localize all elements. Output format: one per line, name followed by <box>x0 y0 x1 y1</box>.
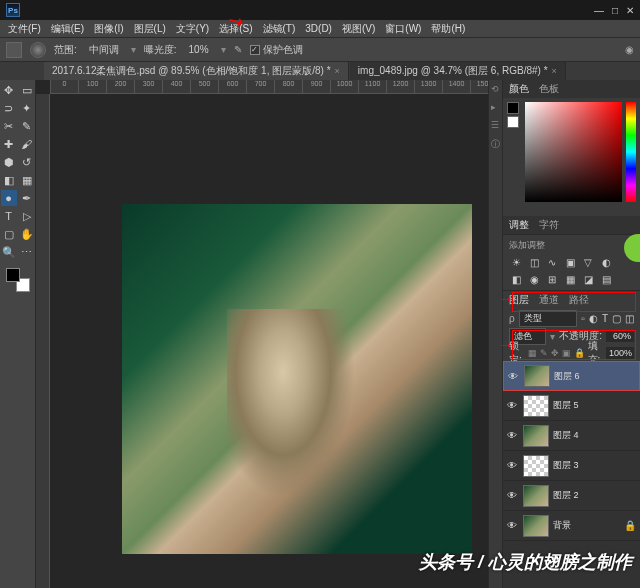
brush-tool[interactable]: 🖌 <box>19 136 35 152</box>
brightness-icon[interactable]: ☀ <box>509 255 523 269</box>
info-panel-icon[interactable]: ⓘ <box>491 138 501 148</box>
filter-shape-icon[interactable]: ▢ <box>612 313 621 324</box>
close-icon[interactable]: ✕ <box>626 5 634 16</box>
dodge-tool[interactable]: ● <box>1 190 17 206</box>
menu-select[interactable]: 选择(S) <box>215 20 256 38</box>
color-picker[interactable] <box>525 102 622 202</box>
menu-edit[interactable]: 编辑(E) <box>47 20 88 38</box>
curves-icon[interactable]: ∿ <box>545 255 559 269</box>
layer-item[interactable]: 👁 图层 6 <box>503 361 640 391</box>
tab-swatches[interactable]: 色板 <box>539 82 559 96</box>
gradient-tool[interactable]: ▦ <box>19 172 35 188</box>
tab-layers[interactable]: 图层 <box>509 293 529 307</box>
photo-filter-icon[interactable]: ◉ <box>527 272 541 286</box>
history-brush-tool[interactable]: ↺ <box>19 154 35 170</box>
path-tool[interactable]: ▷ <box>19 208 35 224</box>
tab-channels[interactable]: 通道 <box>539 293 559 307</box>
layer-thumbnail[interactable] <box>523 395 549 417</box>
airbrush-icon[interactable]: ✎ <box>234 44 242 55</box>
layer-item[interactable]: 👁 背景 🔒 <box>503 511 640 541</box>
bg-color[interactable] <box>507 116 519 128</box>
fg-bg-swatches[interactable] <box>6 268 30 292</box>
properties-panel-icon[interactable]: ☰ <box>491 120 501 130</box>
hue-icon[interactable]: ◐ <box>599 255 613 269</box>
layer-thumbnail[interactable] <box>523 425 549 447</box>
lock-pixels-icon[interactable]: ✎ <box>540 348 548 358</box>
menu-layer[interactable]: 图层(L) <box>130 20 170 38</box>
invert-icon[interactable]: ◪ <box>581 272 595 286</box>
layer-name[interactable]: 图层 5 <box>553 399 579 412</box>
fg-color[interactable] <box>507 102 519 114</box>
layer-thumbnail[interactable] <box>524 365 550 387</box>
levels-icon[interactable]: ◫ <box>527 255 541 269</box>
menu-image[interactable]: 图像(I) <box>90 20 127 38</box>
protect-checkbox[interactable]: ✓ 保护色调 <box>250 43 303 57</box>
canvas-image[interactable] <box>122 204 472 554</box>
lasso-tool[interactable]: ⊃ <box>1 100 17 116</box>
history-panel-icon[interactable]: ⟲ <box>491 84 501 94</box>
eyedropper-tool[interactable]: ✎ <box>19 118 35 134</box>
menu-filter[interactable]: 滤镜(T) <box>259 20 300 38</box>
minimize-icon[interactable]: — <box>594 5 604 16</box>
doc-tab-2[interactable]: img_0489.jpg @ 34.7% (图层 6, RGB/8#) * × <box>350 62 566 80</box>
maximize-icon[interactable]: □ <box>612 5 618 16</box>
move-tool[interactable]: ✥ <box>1 82 17 98</box>
visibility-icon[interactable]: 👁 <box>507 460 519 471</box>
layer-item[interactable]: 👁 图层 2 <box>503 481 640 511</box>
heal-tool[interactable]: ✚ <box>1 136 17 152</box>
eraser-tool[interactable]: ◧ <box>1 172 17 188</box>
posterize-icon[interactable]: ▤ <box>599 272 613 286</box>
lock-all-icon[interactable]: 🔒 <box>574 348 585 358</box>
tab-character[interactable]: 字符 <box>539 218 559 232</box>
pressure-icon[interactable]: ◉ <box>625 44 634 55</box>
tab-adjustments[interactable]: 调整 <box>509 218 529 232</box>
filter-adj-icon[interactable]: ◐ <box>589 313 598 324</box>
menu-type[interactable]: 文字(Y) <box>172 20 213 38</box>
fill-input[interactable]: 100% <box>606 347 634 359</box>
lock-position-icon[interactable]: ✥ <box>551 348 559 358</box>
visibility-icon[interactable]: 👁 <box>508 371 520 382</box>
menu-file[interactable]: 文件(F) <box>4 20 45 38</box>
lock-artboard-icon[interactable]: ▣ <box>562 348 571 358</box>
close-tab-icon[interactable]: × <box>335 66 340 76</box>
tab-color[interactable]: 颜色 <box>509 82 529 96</box>
layer-item[interactable]: 👁 图层 3 <box>503 451 640 481</box>
pen-tool[interactable]: ✒ <box>19 190 35 206</box>
tab-paths[interactable]: 路径 <box>569 293 589 307</box>
exposure-value[interactable]: 10% <box>185 43 213 56</box>
brush-preset-icon[interactable] <box>30 42 46 58</box>
layer-item[interactable]: 👁 图层 5 <box>503 391 640 421</box>
layer-thumbnail[interactable] <box>523 515 549 537</box>
shape-tool[interactable]: ▢ <box>1 226 17 242</box>
foreground-swatch[interactable] <box>6 268 20 282</box>
menu-3d[interactable]: 3D(D) <box>301 21 336 36</box>
actions-panel-icon[interactable]: ▸ <box>491 102 501 112</box>
doc-tab-1[interactable]: 2017.6.12柔焦调色.psd @ 89.5% (色相/饱和度 1, 图层蒙… <box>44 62 349 80</box>
bw-icon[interactable]: ◧ <box>509 272 523 286</box>
visibility-icon[interactable]: 👁 <box>507 520 519 531</box>
marquee-tool[interactable]: ▭ <box>19 82 35 98</box>
layer-name[interactable]: 背景 <box>553 519 571 532</box>
layer-name[interactable]: 图层 2 <box>553 489 579 502</box>
tool-preset-icon[interactable] <box>6 42 22 58</box>
close-tab-icon[interactable]: × <box>552 66 557 76</box>
crop-tool[interactable]: ✂ <box>1 118 17 134</box>
lookup-icon[interactable]: ▦ <box>563 272 577 286</box>
wand-tool[interactable]: ✦ <box>19 100 35 116</box>
filter-text-icon[interactable]: T <box>602 313 608 324</box>
menu-view[interactable]: 视图(V) <box>338 20 379 38</box>
filter-pixel-icon[interactable]: ▫ <box>581 313 585 324</box>
opacity-input[interactable]: 60% <box>606 330 634 342</box>
visibility-icon[interactable]: 👁 <box>507 400 519 411</box>
hue-slider[interactable] <box>626 102 636 202</box>
exposure-icon[interactable]: ▣ <box>563 255 577 269</box>
vibrance-icon[interactable]: ▽ <box>581 255 595 269</box>
menu-window[interactable]: 窗口(W) <box>381 20 425 38</box>
menu-help[interactable]: 帮助(H) <box>427 20 469 38</box>
type-tool[interactable]: T <box>1 208 17 224</box>
layer-thumbnail[interactable] <box>523 455 549 477</box>
hand-tool[interactable]: ✋ <box>19 226 35 242</box>
visibility-icon[interactable]: 👁 <box>507 430 519 441</box>
channel-mixer-icon[interactable]: ⊞ <box>545 272 559 286</box>
layer-thumbnail[interactable] <box>523 485 549 507</box>
